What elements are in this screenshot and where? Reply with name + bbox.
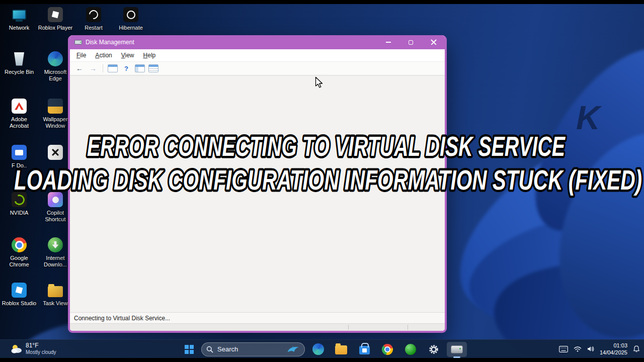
mouse-cursor — [315, 76, 323, 88]
statusbar-pane-separator — [408, 325, 408, 330]
hibernate-icon — [123, 7, 138, 22]
menu-file[interactable]: File — [72, 50, 90, 60]
desktop-icon-label: NVIDIA — [10, 210, 29, 216]
close-button[interactable] — [422, 35, 445, 49]
menu-action[interactable]: Action — [91, 50, 116, 60]
weather-text: 81°F Mostly cloudy — [26, 342, 56, 356]
edge-icon — [48, 51, 63, 66]
desktop-icon-label: Restart — [85, 25, 102, 31]
console-window-icon[interactable] — [108, 64, 118, 72]
wifi-icon[interactable] — [574, 346, 582, 352]
desktop-icon-network[interactable]: Network — [1, 6, 37, 31]
desktop-icon-recycle-bin[interactable]: Recycle Bin — [1, 50, 37, 75]
search-input[interactable]: Search — [201, 342, 305, 356]
clock-time: 01:03 — [613, 342, 627, 349]
taskbar-edge-button[interactable] — [308, 342, 328, 357]
search-placeholder: Search — [217, 345, 238, 353]
weather-condition: Mostly cloudy — [26, 349, 56, 356]
desktop-icon-label: F Do.. — [12, 162, 27, 169]
disk-list-pane — [70, 75, 445, 312]
taskbar-green-app-button[interactable] — [400, 342, 421, 357]
system-tray: 01:03 14/04/2025 — [559, 340, 640, 358]
nvidia-icon — [12, 192, 27, 207]
taskbar-file-explorer-button[interactable] — [331, 342, 351, 357]
unknown-white-app-icon — [48, 145, 63, 160]
desktop-icon-nvidia[interactable]: NVIDIA — [1, 191, 37, 216]
desktop-icon-adobe-acrobat[interactable]: Adobe Acrobat — [1, 98, 37, 129]
taskbar-settings-button[interactable] — [424, 342, 444, 357]
file-explorer-icon — [335, 345, 347, 354]
menu-help[interactable]: Help — [139, 50, 160, 60]
window-title: Disk Management — [86, 39, 134, 46]
statusbar-panes — [70, 323, 445, 331]
desktop-icon-hibernate[interactable]: Hibernate — [113, 6, 149, 31]
clock[interactable]: 01:03 14/04/2025 — [600, 342, 627, 356]
chrome-icon — [12, 237, 27, 252]
roblox-player-icon — [48, 7, 63, 22]
disk-management-window: Disk Management File Action View Help ← … — [68, 35, 447, 333]
maximize-button[interactable] — [399, 35, 422, 49]
network-icon — [12, 10, 26, 20]
close-icon — [431, 39, 437, 45]
dolphin-icon — [287, 345, 300, 353]
disk-management-icon — [451, 345, 463, 353]
acrobat-icon — [12, 99, 27, 114]
desktop: K Network Roblox Player Restart Hibernat… — [0, 4, 644, 358]
notification-bell-icon[interactable] — [633, 345, 640, 352]
minimize-icon — [386, 42, 391, 43]
chrome-icon — [382, 344, 393, 355]
unknown-blue-app-icon — [12, 145, 27, 160]
back-button[interactable]: ← — [74, 64, 85, 72]
forward-button[interactable]: → — [88, 64, 98, 72]
toolbar-separator — [103, 64, 103, 72]
desktop-icon-unknown-blue[interactable]: F Do.. — [1, 144, 37, 169]
green-app-icon — [405, 344, 416, 355]
window-toolbar: ← → ? — [70, 62, 445, 75]
desktop-icon-label: Network — [9, 25, 29, 31]
wallpaper-watermark: K — [576, 99, 600, 137]
search-icon — [206, 346, 213, 353]
desktop-icon-restart[interactable]: Restart — [75, 6, 112, 31]
microsoft-store-icon — [359, 346, 370, 354]
desktop-icon-label: Roblox Studio — [2, 300, 37, 307]
start-button[interactable] — [180, 342, 198, 357]
minimize-button[interactable] — [377, 35, 399, 49]
copilot-icon — [48, 192, 63, 207]
desktop-icon-roblox-player[interactable]: Roblox Player — [37, 6, 73, 31]
window-controls — [377, 35, 445, 49]
taskbar-chrome-button[interactable] — [377, 342, 397, 357]
disk-management-app-icon — [74, 39, 82, 45]
desktop-icon-label: Recycle Bin — [5, 69, 34, 75]
desktop-icon-label: Hibernate — [119, 25, 143, 31]
maximize-icon — [409, 40, 413, 45]
idm-icon — [48, 237, 63, 252]
task-view-folder-icon — [48, 286, 63, 297]
status-text: Connecting to Virtual Disk Service... — [74, 315, 170, 322]
window-titlebar[interactable]: Disk Management — [70, 35, 445, 49]
restart-icon — [86, 7, 101, 22]
menu-view[interactable]: View — [117, 50, 138, 60]
volume-icon[interactable] — [587, 346, 594, 352]
taskbar: 81°F Mostly cloudy Search — [0, 339, 644, 358]
weather-icon — [11, 344, 22, 354]
screen: K Network Roblox Player Restart Hibernat… — [0, 0, 644, 362]
desktop-icon-label: Google Chrome — [1, 255, 37, 268]
desktop-icon-label: Roblox Player — [38, 25, 72, 31]
desktop-icon-google-chrome[interactable]: Google Chrome — [1, 236, 37, 268]
gear-icon — [428, 344, 439, 355]
edge-icon — [312, 343, 324, 355]
weather-widget[interactable]: 81°F Mostly cloudy — [8, 340, 59, 358]
taskbar-disk-management-button[interactable] — [447, 342, 467, 357]
clock-date: 14/04/2025 — [600, 349, 627, 356]
taskbar-store-button[interactable] — [354, 342, 374, 357]
help-button[interactable]: ? — [121, 64, 131, 73]
window-menubar: File Action View Help — [70, 49, 445, 62]
weather-temperature: 81°F — [26, 342, 56, 349]
show-console-tree-icon[interactable] — [135, 64, 145, 72]
statusbar-pane-separator — [348, 325, 349, 330]
desktop-icon-label: Task View — [43, 300, 67, 307]
desktop-icon-roblox-studio[interactable]: Roblox Studio — [1, 282, 37, 307]
touch-keyboard-icon[interactable] — [559, 346, 568, 352]
legend-view-icon[interactable] — [148, 64, 158, 72]
recycle-bin-icon — [14, 52, 25, 66]
